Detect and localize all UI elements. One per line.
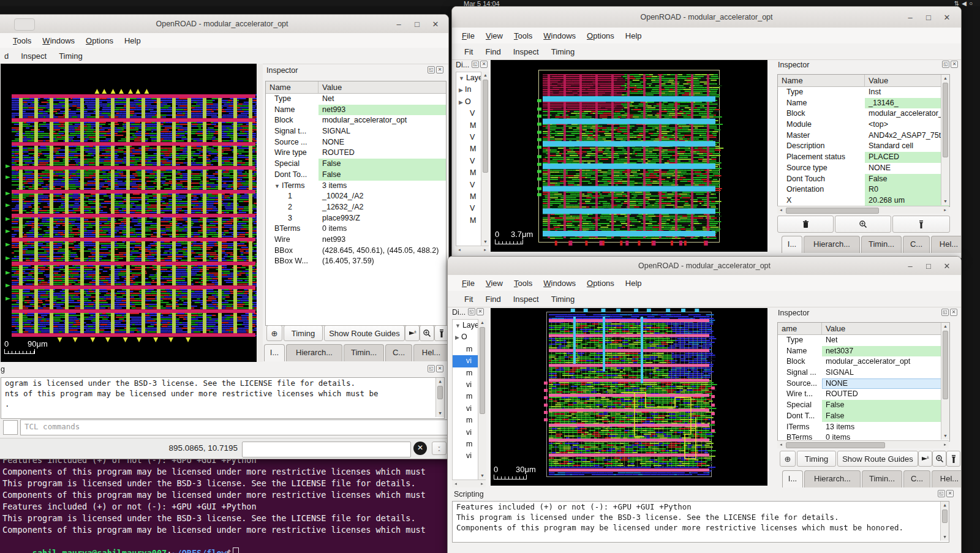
scrollbar-vertical[interactable]: ▲▼ <box>435 378 444 417</box>
inspector-row[interactable]: TypeNet <box>778 335 949 346</box>
expander-closed-icon[interactable]: ▶ <box>455 334 459 340</box>
tree-item-v[interactable]: V <box>456 132 481 143</box>
close-panel-icon[interactable]: ✕ <box>946 490 954 497</box>
zoom-button[interactable] <box>420 325 434 341</box>
tree-item-m[interactable]: m <box>453 438 478 450</box>
column-header-name[interactable]: Name <box>266 81 318 93</box>
inspector-row[interactable]: MasterAND4x2_ASAP7_75t_R <box>778 130 949 141</box>
minimize-button[interactable]: – <box>906 13 914 22</box>
close-button[interactable]: ✕ <box>943 261 951 271</box>
timing-button[interactable]: Timing <box>797 451 836 467</box>
inspector-row[interactable]: Blockmodular_accelerator_opt <box>778 108 949 119</box>
close-panel-icon[interactable]: ✕ <box>477 308 484 315</box>
property-value[interactable]: modular_accelerator_opt <box>318 115 446 126</box>
menu-item-help[interactable]: Help <box>622 277 646 289</box>
highlight-button[interactable] <box>946 451 960 467</box>
property-value[interactable]: _12632_/A2 <box>318 202 446 213</box>
float-panel-icon[interactable]: ◱ <box>472 61 479 68</box>
inspector-row[interactable]: Blockmodular_accelerator_opt <box>266 115 446 126</box>
scrollbar-vertical[interactable]: ▲▼ <box>941 75 949 205</box>
menu-item-options[interactable]: Options <box>583 277 618 289</box>
tab-hierarch[interactable]: Hierarch... <box>804 470 861 487</box>
scripting-output[interactable]: Features included (+) or not (-): +GPU +… <box>452 501 949 543</box>
tcl-command-input[interactable]: TCL commands <box>20 419 449 435</box>
property-value[interactable]: net993 <box>318 235 446 246</box>
scrollbar-horizontal[interactable]: ◂▸ <box>456 246 489 254</box>
inspector-row[interactable]: Wirenet993 <box>266 235 446 246</box>
tree-item-laye[interactable]: ▼Laye <box>453 320 478 331</box>
deselect-button[interactable] <box>777 216 834 233</box>
titlebar[interactable]: OpenROAD - modular_accelerator_opt – □ ✕ <box>452 7 961 28</box>
menu-item-options[interactable]: Options <box>583 30 618 42</box>
scrollbar-horizontal[interactable]: ◂▸ <box>777 206 949 214</box>
inspector-table[interactable]: ameValueTypeNetNamenet3037Blockmodular_a… <box>777 322 950 442</box>
show-route-guides-button[interactable]: Show Route Guides <box>324 325 405 341</box>
inspector-row[interactable]: 2_12632_/A2 <box>266 202 446 213</box>
command-history-box[interactable] <box>3 420 18 435</box>
menu-item-help[interactable]: Help <box>121 35 145 47</box>
toolbar-item-timing[interactable]: Timing <box>548 293 579 305</box>
close-panel-icon[interactable]: ✕ <box>951 61 958 68</box>
float-panel-icon[interactable]: ◱ <box>942 61 949 68</box>
expander-closed-icon[interactable]: ▶ <box>459 99 463 105</box>
inspector-row[interactable]: Placement statusPLACED <box>778 152 949 163</box>
minimize-button[interactable]: – <box>906 261 914 271</box>
inspector-row[interactable]: X20.268 um <box>778 195 949 206</box>
scrollbar-vertical[interactable]: ▲▼ <box>478 319 486 480</box>
inspector-row[interactable]: BBox W...(16.405, 37.59) <box>266 256 446 267</box>
zoom-to-selection-button[interactable]: ⊕ <box>780 451 796 467</box>
toolbar-item-inspect[interactable]: Inspect <box>17 50 50 62</box>
menu-item-file[interactable]: File <box>458 30 478 42</box>
inspector-table[interactable]: NameValueTypeNetNamenet993Blockmodular_a… <box>265 81 447 326</box>
column-header-name[interactable]: ame <box>778 323 822 334</box>
inspector-row[interactable]: ▼ITerms3 items <box>266 181 446 192</box>
close-panel-icon[interactable]: ✕ <box>436 365 443 372</box>
inspector-row[interactable]: Wire typeROUTED <box>266 148 446 159</box>
menu-item-windows[interactable]: Windows <box>39 35 78 47</box>
property-value[interactable]: modular_accelerator_opt <box>865 108 949 119</box>
tab-hierarch[interactable]: Hierarch... <box>286 344 342 361</box>
inspector-row[interactable]: 1_10024_/A2 <box>266 191 446 202</box>
inspector-row[interactable]: Blockmodular_accelerator_opt <box>778 356 949 367</box>
openroad-window-top-right[interactable]: OpenROAD - modular_accelerator_opt – □ ✕… <box>451 6 962 258</box>
inspector-row[interactable]: Name_13146_ <box>778 98 949 109</box>
tree-item-o[interactable]: ▶O <box>456 96 481 108</box>
tree-item-vi[interactable]: vi <box>453 427 478 438</box>
tab-timin[interactable]: Timin... <box>861 236 902 253</box>
expander-open-icon[interactable]: ▼ <box>274 183 280 189</box>
tree-item-m[interactable]: M <box>456 167 481 179</box>
column-header-name[interactable]: Name <box>778 75 865 86</box>
menu-item-file[interactable]: File <box>458 277 478 289</box>
zoom-button[interactable] <box>932 451 946 467</box>
inspector-row[interactable]: 3place993/Z <box>266 213 446 224</box>
tree-item-m[interactable]: m <box>453 344 478 355</box>
inspector-row[interactable]: BBox(428.645, 450.61), (445.05, 488.2) <box>266 246 446 257</box>
titlebar[interactable]: OpenROAD - modular_accelerator_opt – □ ✕ <box>0 15 448 34</box>
inspector-row[interactable]: BTerms0 items <box>266 224 446 235</box>
tree-item-laye[interactable]: ▼Laye <box>456 72 481 84</box>
property-value[interactable]: <top> <box>865 119 949 130</box>
float-panel-icon[interactable]: ◱ <box>468 308 475 315</box>
inspector-row[interactable]: Dont T...False <box>778 411 949 422</box>
scrollbar-horizontal[interactable]: ◂▸ <box>452 480 486 487</box>
close-button[interactable]: ✕ <box>431 20 440 29</box>
expander-open-icon[interactable]: ▼ <box>455 323 461 329</box>
column-header-value[interactable]: Value <box>865 75 888 86</box>
maximize-button[interactable]: □ <box>413 20 421 29</box>
tree-item-in[interactable]: ▶In <box>456 84 481 96</box>
tree-item-v[interactable]: V <box>456 156 481 167</box>
tree-item-m[interactable]: M <box>456 215 481 227</box>
status-search-input[interactable] <box>242 442 411 457</box>
inspector-row[interactable]: Signal t...SIGNAL <box>266 126 446 137</box>
highlight-button[interactable] <box>892 216 950 233</box>
menu-item-options[interactable]: Options <box>82 35 117 47</box>
layout-viewer[interactable] <box>491 308 767 486</box>
tree-item-vi[interactable]: vi <box>453 379 478 391</box>
system-tray[interactable]: ⇅◀○ <box>954 0 975 6</box>
inspector-row[interactable]: Signal ...SIGNAL <box>778 367 949 378</box>
float-panel-icon[interactable]: ◱ <box>941 309 949 316</box>
tree-item-v[interactable]: V <box>456 203 481 214</box>
menu-item-windows[interactable]: Windows <box>540 277 579 289</box>
inspector-table[interactable]: NameValueTypeInstName_13146_Blockmodular… <box>777 74 950 207</box>
inspector-row[interactable]: Source ...NONE <box>266 137 446 148</box>
